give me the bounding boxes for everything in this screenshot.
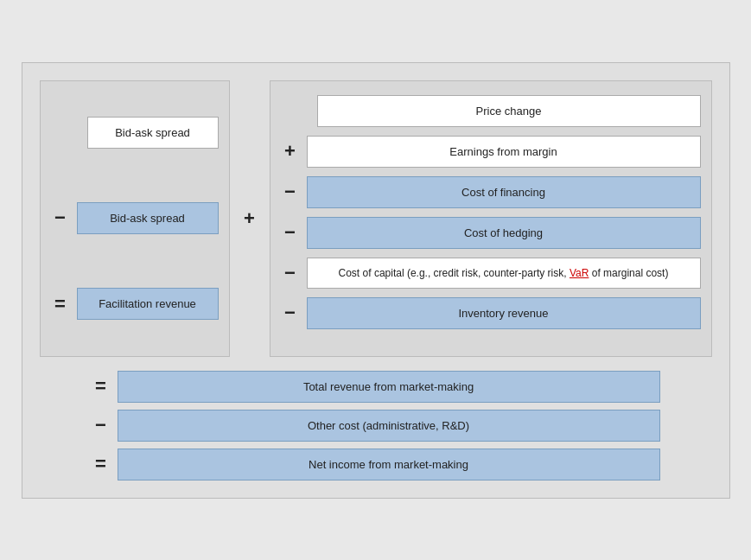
left-row-2: − Bid-ask spread [51,202,219,234]
bottom-row-1: = Total revenue from market-making [92,371,660,403]
right-row-5: − Inventory revenue [281,297,701,329]
right-panel: Price change + Earnings from margin − Co… [270,80,712,357]
minus-operator-3: − [281,221,300,244]
equals-operator-bottom-1: = [92,375,111,398]
equals-operator-bottom-2: = [92,453,111,475]
left-panel: Bid-ask spread − Bid-ask spread = Facili… [40,80,230,357]
left-row-1: Bid-ask spread [51,117,219,149]
other-cost-box: Other cost (administrative, R&D) [118,410,660,442]
plus-between-panels: + [240,80,259,357]
bottom-section: = Total revenue from market-making − Oth… [40,371,712,480]
cost-capital-box: Cost of capital (e.g., credit risk, coun… [307,258,701,289]
bottom-row-2: − Other cost (administrative, R&D) [92,410,660,442]
right-row-3: − Cost of hedging [281,217,701,249]
equals-operator-1: = [51,293,70,315]
bid-ask-spread-blue: Bid-ask spread [77,202,219,234]
var-text: VaR [570,267,589,279]
bid-ask-spread-white: Bid-ask spread [87,117,219,149]
price-change-box: Price change [317,95,701,127]
right-row-2: − Cost of financing [281,176,701,208]
minus-operator-1: − [51,207,70,229]
minus-operator-2: − [281,181,300,203]
equals-operator-2: − [281,302,300,324]
top-section: Bid-ask spread − Bid-ask spread = Facili… [40,80,712,357]
earnings-margin-box: Earnings from margin [307,136,701,168]
cost-financing-box: Cost of financing [307,176,701,208]
facilitation-revenue-box: Facilitation revenue [77,288,219,320]
minus-operator-bottom: − [92,414,111,436]
net-income-box: Net income from market-making [118,449,660,480]
plus-operator-1: + [281,140,300,162]
minus-operator-4: − [281,262,300,284]
left-row-3: = Facilitation revenue [51,288,219,320]
cost-hedging-box: Cost of hedging [307,217,701,249]
total-revenue-box: Total revenue from market-making [118,371,660,403]
right-row-4: − Cost of capital (e.g., credit risk, co… [281,258,701,289]
bottom-row-3: = Net income from market-making [92,449,660,480]
diagram-container: Bid-ask spread − Bid-ask spread = Facili… [22,62,730,499]
right-row-1: + Earnings from margin [281,136,701,168]
inventory-revenue-box: Inventory revenue [307,297,701,329]
right-row-0: Price change [281,95,701,127]
